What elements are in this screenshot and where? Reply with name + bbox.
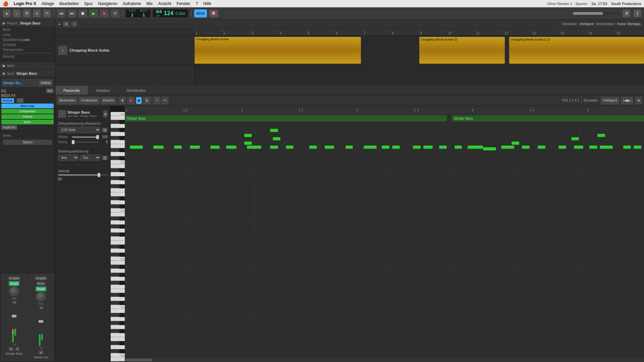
piano-key-G2[interactable] [111, 277, 125, 281]
piano-key-F#2[interactable] [111, 281, 119, 285]
pr-link-btn[interactable]: ⛓ [143, 97, 151, 104]
piano-key-D#3[interactable] [111, 245, 119, 249]
piano-key-C#4[interactable] [111, 204, 119, 208]
piano-key-F#3[interactable] [111, 233, 119, 237]
piano-key-B0[interactable] [111, 357, 125, 361]
piano-key-F2[interactable] [111, 285, 125, 289]
piano-key-E2[interactable] [111, 289, 125, 293]
pr-einrasten-value[interactable]: Intelligent [601, 97, 619, 104]
midi-note-20[interactable] [501, 145, 514, 149]
piano-key-F5[interactable] [111, 140, 125, 144]
q-btn[interactable]: Q [102, 128, 108, 132]
record-btn[interactable]: ⏺ [100, 9, 109, 18]
midi-note-2[interactable] [174, 145, 182, 149]
toolbar-mixer[interactable]: ≡ [33, 9, 41, 17]
piano-key-G4[interactable] [111, 180, 125, 184]
exs24-toggle[interactable] [17, 98, 23, 103]
midi-note-14[interactable] [392, 145, 400, 149]
piano-key-E3[interactable] [111, 241, 125, 245]
piano-key-G5[interactable] [111, 132, 125, 136]
piano-key-E5[interactable] [111, 144, 125, 148]
menu-ansicht[interactable]: Ansicht [158, 1, 171, 6]
midi-note-11[interactable] [345, 145, 353, 149]
midi-note-31[interactable] [244, 134, 252, 137]
midi-note-35[interactable] [571, 137, 579, 140]
piano-key-G#4[interactable] [111, 176, 119, 180]
guitar-clip-3[interactable]: Chopping Block Guitar.1 ⓘ [509, 37, 644, 64]
pr-color-btn[interactable]: ■ [136, 97, 142, 104]
exs24-btn[interactable]: EXS24 [1, 98, 14, 103]
menu-hilfe[interactable]: Hilfe [203, 1, 211, 6]
scale-q-btn[interactable]: Q [102, 156, 108, 160]
piano-key-G#2[interactable] [111, 273, 119, 277]
piano-key-A#3[interactable] [111, 217, 119, 221]
midi-note-18[interactable] [454, 145, 462, 149]
menu-help-q[interactable]: ? [196, 1, 198, 6]
midi-note-19[interactable] [468, 145, 483, 149]
eq-btn[interactable]: EQ [46, 88, 54, 93]
piano-key-D3[interactable] [111, 249, 125, 253]
stereo-btn[interactable]: Stereo [3, 139, 52, 145]
midi-note-13[interactable] [382, 145, 389, 149]
piano-key-F4[interactable] [111, 188, 125, 192]
piano-key-F#1[interactable] [111, 329, 119, 333]
midi-note-16[interactable] [423, 145, 433, 149]
midi-note-10[interactable] [325, 145, 334, 149]
gruppe-left-btn[interactable]: Gruppe [7, 276, 21, 281]
pan-knob-left[interactable] [9, 287, 19, 296]
list-view-btn[interactable]: ≣ [623, 9, 631, 17]
m-btn[interactable]: M [8, 347, 14, 351]
pr-quantize-list-btn[interactable]: ≣ [119, 97, 126, 104]
pr-bearbeiten-btn[interactable]: Bearbeiten [57, 97, 77, 104]
chorus-btn[interactable]: Chorus [1, 114, 54, 119]
midi-note-22[interactable] [538, 145, 545, 149]
piano-key-G3[interactable] [111, 229, 125, 233]
piano-key-D#4[interactable] [111, 196, 119, 200]
piano-key-C0[interactable]: C0 [111, 353, 125, 357]
menu-app[interactable]: Logic Pro X [14, 1, 36, 6]
piano-key-C#2[interactable] [111, 301, 119, 305]
pr-record-btn[interactable]: ⏺ [127, 97, 135, 104]
midi-note-34[interactable] [512, 141, 519, 145]
midi-note-7[interactable] [270, 145, 278, 149]
midi-note-24[interactable] [574, 145, 583, 149]
menu-aufnahme[interactable]: Aufnahme [123, 1, 141, 6]
midi-note-23[interactable] [558, 145, 566, 149]
piano-key-B1[interactable] [111, 309, 125, 313]
compressor-btn[interactable]: Compressor [1, 109, 54, 114]
midi-note-1[interactable] [153, 145, 164, 149]
track-env-btn[interactable]: ≡ [71, 21, 77, 27]
rewind-btn[interactable]: ⏮ [57, 9, 66, 18]
staerke-slider[interactable] [72, 136, 99, 138]
midi-note-17[interactable] [439, 145, 447, 149]
piano-key-G#1[interactable] [111, 321, 119, 325]
swing-thumb[interactable] [72, 140, 74, 144]
midi-note-36[interactable] [597, 134, 605, 137]
fader-left-track[interactable] [13, 305, 15, 328]
piano-key-G1[interactable] [111, 325, 125, 329]
midi-note-33[interactable] [483, 147, 496, 150]
apple-menu[interactable]: 🍎 [3, 1, 8, 6]
menu-navigieren[interactable]: Navigieren [98, 1, 117, 6]
stop-btn[interactable]: ⏹ [78, 9, 88, 18]
piano-key-C5[interactable]: C5 [111, 112, 125, 116]
piano-key-F#4[interactable] [111, 184, 119, 188]
menu-spur[interactable]: Spur [84, 1, 93, 6]
midi-note-0[interactable] [130, 145, 143, 149]
piano-key-D2[interactable] [111, 297, 125, 301]
midi-note-5[interactable] [226, 145, 236, 149]
tuner-btn[interactable]: ¥234 [194, 9, 207, 17]
velocity-slider[interactable] [58, 174, 108, 176]
pr-snap-btn[interactable]: |◀|▶| [621, 97, 633, 104]
piano-key-F1[interactable] [111, 333, 125, 337]
piano-key-C1[interactable]: C1 [111, 305, 125, 309]
piano-key-C#5[interactable] [111, 156, 119, 160]
toolbar-settings[interactable]: ⚙ [23, 9, 31, 17]
midi-note-15[interactable] [413, 145, 421, 149]
notation-btn[interactable]: 𝄞 [633, 9, 641, 17]
scale-dur-select[interactable]: Dur [80, 155, 101, 161]
forward-btn[interactable]: ⏭ [67, 9, 77, 18]
piano-key-C2[interactable]: C2 [111, 257, 125, 261]
pr-zoom-btn[interactable]: ⊕ [635, 97, 642, 104]
menu-mix[interactable]: Mix [147, 1, 153, 6]
